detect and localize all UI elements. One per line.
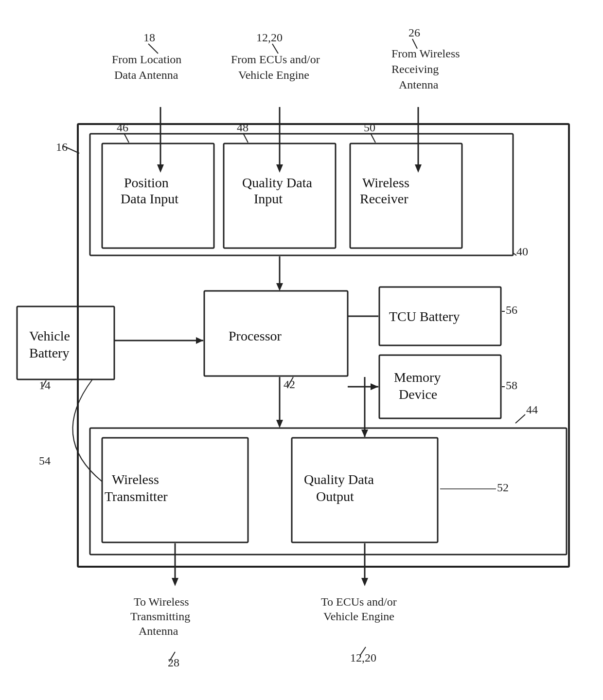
ref-46: 46 (117, 121, 128, 134)
memory-device-box (379, 355, 501, 418)
vehicle-battery-label2: Battery (29, 345, 69, 360)
position-data-label: Position (124, 175, 169, 190)
memory-device-label2: Device (399, 387, 437, 402)
to-wireless-label3: Antenna (139, 625, 178, 637)
to-wireless-label2: Transmitting (130, 610, 190, 623)
ref-56: 56 (506, 304, 517, 316)
svg-marker-21 (371, 383, 378, 390)
wireless-transmitter-label: Wireless (112, 472, 159, 487)
from-wireless-label2: Receiving (391, 63, 439, 75)
ref-26: 26 (408, 26, 420, 39)
to-ecus-label: To ECUs and/or (321, 595, 397, 608)
svg-marker-1 (157, 164, 164, 173)
svg-marker-5 (415, 164, 422, 173)
svg-marker-36 (361, 430, 368, 437)
svg-line-7 (272, 44, 278, 54)
svg-line-11 (124, 133, 129, 143)
ref-12-20-top: 12,20 (256, 31, 283, 44)
memory-device-label: Memory (394, 370, 441, 385)
quality-data-output-label: Quality Data (304, 472, 374, 487)
svg-marker-23 (276, 420, 283, 428)
from-wireless-label: From Wireless (391, 47, 460, 60)
diagram-container: 18 From Location Data Antenna 12,20 From… (0, 0, 603, 700)
ref-14: 14 (39, 379, 51, 392)
wireless-transmitter-label2: Transmitter (105, 489, 168, 504)
processor-label: Processor (229, 328, 282, 343)
ref-28: 28 (168, 656, 179, 669)
wireless-receiver-label2: Receiver (360, 191, 408, 206)
wireless-receiver-label: Wireless (362, 175, 409, 190)
ref-50: 50 (364, 121, 375, 134)
ref-58: 58 (506, 379, 517, 392)
ref-52: 52 (497, 481, 509, 494)
ref-54: 54 (39, 454, 51, 467)
svg-line-13 (371, 133, 375, 143)
from-location-label: From Location (112, 53, 181, 66)
svg-marker-30 (172, 578, 178, 586)
quality-data-input-label: Quality Data (242, 175, 312, 190)
quality-data-output-box (292, 438, 438, 542)
ref-18: 18 (143, 31, 155, 44)
svg-marker-28 (196, 337, 203, 344)
position-data-label2: Data Input (121, 191, 178, 206)
svg-line-12 (243, 133, 248, 143)
svg-marker-3 (276, 164, 283, 173)
ref-44: 44 (526, 403, 538, 416)
ref-40: 40 (516, 245, 528, 258)
tcu-battery-label: TCU Battery (389, 309, 460, 324)
vehicle-battery-label: Vehicle (29, 328, 70, 343)
svg-marker-15 (276, 283, 283, 291)
from-ecus-top-label2: Vehicle Engine (238, 69, 309, 81)
svg-line-24 (515, 414, 525, 423)
quality-data-input-label2: Input (254, 191, 283, 206)
to-ecus-label2: Vehicle Engine (323, 610, 394, 623)
to-wireless-label: To Wireless (134, 595, 189, 608)
svg-marker-32 (361, 578, 368, 586)
from-location-label2: Data Antenna (114, 69, 178, 81)
from-ecus-top-label: From ECUs and/or (231, 53, 320, 66)
ref-48: 48 (237, 121, 248, 134)
from-wireless-label3: Antenna (399, 78, 439, 91)
quality-data-output-label2: Output (316, 489, 354, 504)
svg-line-6 (148, 44, 158, 54)
ref-12-20-bottom: 12,20 (350, 651, 376, 664)
